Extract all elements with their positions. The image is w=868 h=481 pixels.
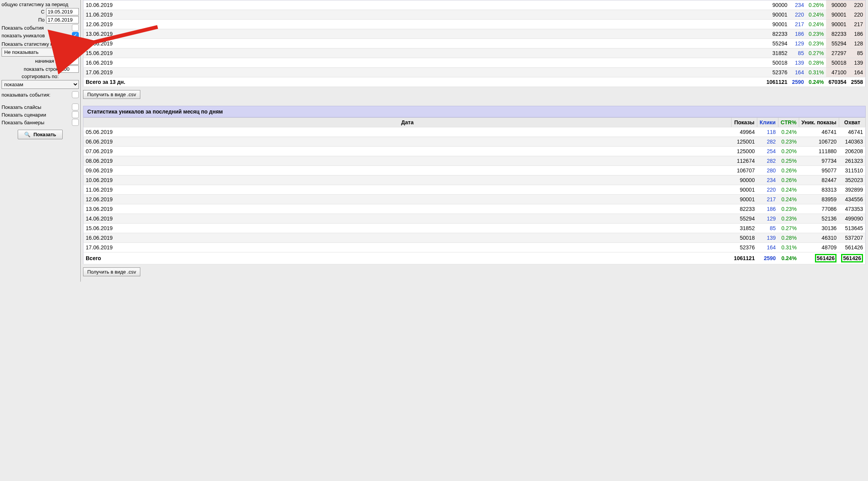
- main-content: 10.06.2019900002340.26%9000022011.06.201…: [81, 0, 868, 282]
- table-row: 10.06.2019900002340.26%90000220: [83, 0, 866, 10]
- cell-unique-shows: 97734: [799, 156, 839, 166]
- col-reach: Охват: [839, 118, 865, 127]
- cell-date: 16.06.2019: [83, 58, 764, 68]
- table-row: 05.06.2019499641180.24%4674146741: [83, 127, 866, 137]
- cell-clicks: 220: [757, 185, 778, 195]
- cell-clicks: 234: [790, 0, 806, 10]
- cell-shows: 90001: [764, 10, 790, 20]
- cell-shows: 125001: [732, 137, 757, 147]
- cell-reach: 140363: [839, 137, 865, 147]
- cell-ctr: 0.24%: [806, 10, 826, 20]
- cell-clicks: 164: [757, 243, 778, 252]
- cell-clicks: 186: [790, 29, 806, 39]
- cell-uniq1: 27297: [826, 48, 849, 58]
- show-events-checkbox[interactable]: [72, 24, 79, 31]
- cell-shows: 1061121: [764, 77, 790, 87]
- cell-date: 11.06.2019: [83, 185, 732, 195]
- table-row: 13.06.2019822331860.23%77086473353: [83, 204, 866, 214]
- cell-ctr: 0.24%: [778, 127, 799, 137]
- cell-uniq1: 55294: [826, 39, 849, 48]
- totals-row: Всего за 13 дн.106112125900.24%670354255…: [83, 77, 866, 87]
- cell-date: 08.06.2019: [83, 156, 732, 166]
- highlight-box: 561426: [815, 254, 837, 262]
- cell-ctr: 0.26%: [778, 166, 799, 175]
- cell-reach: 352023: [839, 175, 865, 185]
- cell-ctr: 0.25%: [778, 156, 799, 166]
- cell-shows: 31852: [764, 48, 790, 58]
- table-row: 06.06.20191250012820.23%106720140363: [83, 137, 866, 147]
- cell-reach: 513645: [839, 224, 865, 233]
- table-row: 14.06.2019552941290.23%55294128: [83, 39, 866, 48]
- cell-uniq1: 82233: [826, 29, 849, 39]
- cell-clicks: 139: [757, 233, 778, 243]
- cell-shows: 52376: [732, 243, 757, 252]
- cell-clicks: 118: [757, 127, 778, 137]
- show-scenarios-checkbox[interactable]: [72, 111, 79, 118]
- cell-clicks: 129: [757, 214, 778, 224]
- export-csv-button-1[interactable]: Получить в виде .csv: [83, 90, 140, 99]
- cell-clicks: 282: [757, 156, 778, 166]
- uniques-stats-table: Дата Показы Клики CTR% Уник. показы Охва…: [83, 117, 866, 264]
- show-banners-checkbox[interactable]: [72, 119, 79, 126]
- cell-shows: 52376: [764, 68, 790, 77]
- cell-shows: 90000: [764, 0, 790, 10]
- cell-unique-shows: 111880: [799, 147, 839, 156]
- search-icon: 🔍: [24, 132, 30, 137]
- show-events2-checkbox[interactable]: [72, 91, 79, 98]
- starting-input[interactable]: [60, 57, 79, 65]
- period-label: общую статистику за период: [2, 2, 79, 7]
- cell-uniq2: 164: [849, 68, 866, 77]
- cell-reach: 499090: [839, 214, 865, 224]
- cell-clicks: 217: [790, 20, 806, 29]
- cell-unique-shows: 46741: [799, 127, 839, 137]
- cell-uniq2: 186: [849, 29, 866, 39]
- cell-clicks: 2590: [790, 77, 806, 87]
- show-events2-label: показывать события:: [2, 92, 50, 98]
- col-date: Дата: [83, 118, 732, 127]
- cell-date: 14.06.2019: [83, 39, 764, 48]
- sites-select[interactable]: Не показывать: [2, 48, 79, 57]
- cell-ctr: 0.27%: [806, 48, 826, 58]
- col-ctr: CTR%: [778, 118, 799, 127]
- cell-unique-shows: 48709: [799, 243, 839, 252]
- sites-heading: Показать статистику по сайтам:: [2, 41, 79, 47]
- cell-ctr: 0.23%: [806, 29, 826, 39]
- rows-input[interactable]: [60, 65, 79, 73]
- cell-clicks: 254: [757, 147, 778, 156]
- show-slices-label: Показать слайсы: [2, 104, 41, 110]
- table-row: 16.06.2019500181390.28%46310537207: [83, 233, 866, 243]
- highlight-box: 561426: [841, 254, 863, 262]
- show-slices-checkbox[interactable]: [72, 104, 79, 110]
- show-button[interactable]: 🔍Показать: [18, 130, 63, 139]
- totals-row: Всего106112125900.24%561426561426: [83, 252, 866, 264]
- to-label: По: [38, 17, 45, 23]
- cell-ctr: 0.24%: [778, 185, 799, 195]
- cell-unique-shows: 46310: [799, 233, 839, 243]
- cell-ctr: 0.24%: [778, 252, 799, 264]
- cell-shows: 55294: [732, 214, 757, 224]
- cell-ctr: 0.28%: [806, 58, 826, 68]
- date-from-input[interactable]: [46, 8, 79, 15]
- cell-ctr: 0.27%: [778, 224, 799, 233]
- cell-ctr: 0.20%: [778, 147, 799, 156]
- cell-ctr: 0.24%: [806, 77, 826, 87]
- sort-select[interactable]: показам: [2, 80, 79, 89]
- show-uniques-label: показать уникалов: [2, 33, 45, 38]
- cell-shows: 31852: [732, 224, 757, 233]
- cell-ctr: 0.26%: [778, 175, 799, 185]
- table-row: 12.06.2019900012170.24%83959434556: [83, 195, 866, 204]
- cell-shows: 106707: [732, 166, 757, 175]
- cell-uniq2: 2558: [849, 77, 866, 87]
- date-to-input[interactable]: [46, 16, 79, 23]
- table-row: 11.06.2019900012200.24%83313392899: [83, 185, 866, 195]
- cell-clicks: 280: [757, 166, 778, 175]
- cell-unique-shows: 561426: [799, 252, 839, 264]
- cell-ctr: 0.24%: [778, 195, 799, 204]
- show-uniques-checkbox[interactable]: [72, 32, 79, 39]
- cell-uniq2: 220: [849, 0, 866, 10]
- cell-date: 11.06.2019: [83, 10, 764, 20]
- sort-label: сортировать по:: [22, 73, 58, 79]
- cell-uniq2: 85: [849, 48, 866, 58]
- export-csv-button-2[interactable]: Получить в виде .csv: [83, 267, 140, 276]
- cell-date: 17.06.2019: [83, 68, 764, 77]
